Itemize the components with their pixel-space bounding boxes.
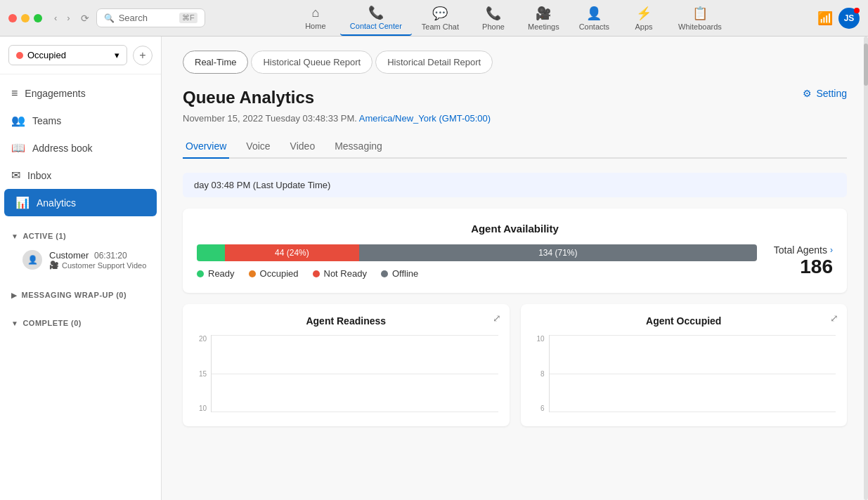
scrollbar-thumb[interactable]: [864, 44, 868, 86]
sidebar-item-address-book[interactable]: 📖 Address book: [0, 134, 161, 162]
occupied-legend-label: Occupied: [260, 268, 299, 279]
grid-line-1: [212, 335, 498, 336]
tab-meetings[interactable]: 🎥 Meetings: [518, 1, 569, 35]
active-call-sub: 🎥 Customer Support Video: [49, 261, 146, 270]
offline-label: Offline: [392, 268, 418, 279]
availability-legend: Ready Occupied Not Ready: [197, 268, 757, 279]
qa-date: November 15, 2022 Tuesday 03:48:33 PM. A…: [183, 113, 847, 124]
main-nav: ⌂ Home 📞 Contact Center 💬 Team Chat 📞 Ph…: [205, 1, 817, 36]
bar-offline: 134 (71%): [359, 244, 757, 261]
minimize-traffic-light[interactable]: [21, 14, 30, 22]
active-call-item[interactable]: 👤 Customer 06:31:20 🎥 Customer Support V…: [11, 244, 150, 275]
readiness-y-axis: 20 15 10: [194, 335, 211, 412]
sidebar-item-engagements-label: Engagements: [25, 88, 85, 99]
setting-button[interactable]: ⚙ Setting: [803, 88, 847, 99]
tab-team-chat[interactable]: 💬 Team Chat: [412, 1, 469, 35]
search-label: Search: [119, 13, 148, 23]
occ-grid-line-3: [550, 412, 836, 412]
update-time: day 03:48 PM: [194, 180, 250, 190]
date-text: November 15, 2022 Tuesday 03:48:33 PM.: [183, 113, 357, 124]
sub-tab-overview[interactable]: Overview: [183, 135, 229, 159]
agent-readiness-chart: Agent Readiness ⤢ 20 15 10: [183, 304, 510, 426]
y-label-6: 6: [532, 404, 545, 412]
sidebar: Occupied ▾ + ≡ Engagements 👥 Teams 📖 Add…: [0, 37, 162, 500]
availability-progress-bar: 44 (24%) 134 (71%): [197, 244, 757, 261]
active-section-header[interactable]: ▼ ACTIVE (1): [11, 228, 150, 244]
tab-contacts[interactable]: 👤 Contacts: [569, 1, 619, 35]
agent-availability-card: Agent Availability 44 (24%) 134 (71%): [183, 209, 847, 293]
contacts-icon: 👤: [586, 6, 602, 21]
occupied-label: Occupied: [27, 50, 66, 60]
search-bar[interactable]: 🔍 Search ⌘F: [96, 8, 205, 27]
occ-grid-line-1: [550, 335, 836, 336]
active-section: ▼ ACTIVE (1) 👤 Customer 06:31:20 🎥 Custo…: [0, 222, 161, 281]
complete-section-header[interactable]: ▼ COMPLETE (0): [11, 315, 150, 331]
bar-offline-label: 134 (71%): [538, 248, 577, 258]
sidebar-item-address-book-label: Address book: [32, 143, 93, 154]
sub-tab-voice[interactable]: Voice: [243, 135, 273, 159]
occupied-status-button[interactable]: Occupied ▾: [8, 45, 127, 65]
sidebar-nav: ≡ Engagements 👥 Teams 📖 Address book ✉ I…: [0, 74, 161, 222]
total-agents-label[interactable]: Total Agents ›: [774, 244, 833, 256]
maximize-traffic-light[interactable]: [34, 14, 42, 22]
tab-home[interactable]: ⌂ Home: [291, 1, 340, 34]
sub-tab-video[interactable]: Video: [287, 135, 318, 159]
messaging-wrap-up-title: MESSAGING WRAP-UP (0): [22, 291, 127, 299]
tab-realtime[interactable]: Real-Time: [183, 51, 248, 74]
tab-historical-queue[interactable]: Historical Queue Report: [251, 51, 373, 74]
active-call-time: 06:31:20: [94, 251, 127, 261]
tab-apps[interactable]: ⚡ Apps: [619, 1, 668, 35]
tab-phone[interactable]: 📞 Phone: [469, 1, 518, 35]
tab-whiteboards-label: Whiteboards: [678, 22, 722, 31]
active-chevron: ▼: [11, 232, 18, 240]
close-traffic-light[interactable]: [8, 14, 17, 22]
main-layout: Occupied ▾ + ≡ Engagements 👥 Teams 📖 Add…: [0, 37, 868, 500]
tab-whiteboards[interactable]: 📋 Whiteboards: [668, 1, 732, 35]
tab-historical-detail[interactable]: Historical Detail Report: [375, 51, 493, 74]
apps-icon: ⚡: [636, 6, 652, 21]
occupied-y-axis: 10 8 6: [532, 335, 549, 412]
occupied-chart-lines: [549, 335, 836, 412]
sidebar-item-teams[interactable]: 👥 Teams: [0, 107, 161, 134]
back-button[interactable]: ‹: [51, 11, 60, 25]
agent-availability-title: Agent Availability: [197, 223, 833, 235]
not-ready-dot: [313, 270, 320, 277]
ready-dot: [197, 270, 204, 277]
tab-apps-label: Apps: [635, 22, 653, 31]
timezone-link[interactable]: America/New_York (GMT-05:00): [359, 113, 491, 124]
occupied-dot: [16, 52, 23, 59]
video-icon: 🎥: [49, 261, 59, 270]
network-icon[interactable]: 📶: [817, 11, 833, 26]
meetings-icon: 🎥: [536, 6, 551, 21]
tab-home-label: Home: [305, 22, 325, 30]
readiness-chart-lines: [211, 335, 498, 412]
sidebar-item-inbox[interactable]: ✉ Inbox: [0, 162, 161, 189]
tab-meetings-label: Meetings: [528, 22, 559, 31]
readiness-expand-icon[interactable]: ⤢: [493, 312, 501, 324]
scrollbar[interactable]: [864, 37, 868, 500]
sidebar-item-teams-label: Teams: [32, 115, 61, 126]
history-button[interactable]: ⟳: [81, 13, 89, 24]
top-tabs: Real-Time Historical Queue Report Histor…: [183, 51, 847, 74]
sub-tab-messaging[interactable]: Messaging: [332, 135, 385, 159]
user-avatar[interactable]: JS: [838, 8, 860, 29]
messaging-wrap-up-chevron: ▶: [11, 291, 18, 299]
sidebar-item-engagements[interactable]: ≡ Engagements: [0, 80, 161, 107]
contact-center-icon: 📞: [368, 5, 384, 20]
add-button[interactable]: +: [133, 46, 153, 65]
tab-contact-center[interactable]: 📞 Contact Center: [340, 1, 412, 36]
agent-occupied-chart: Agent Occupied ⤢ 10 8 6: [521, 304, 848, 426]
occupied-expand-icon[interactable]: ⤢: [830, 312, 838, 324]
tab-contact-center-label: Contact Center: [350, 22, 402, 30]
grid-line-2: [212, 374, 498, 374]
tab-team-chat-label: Team Chat: [422, 22, 459, 31]
forward-button[interactable]: ›: [63, 11, 73, 25]
sidebar-item-analytics[interactable]: 📊 Analytics: [4, 189, 157, 216]
messaging-wrap-up-header[interactable]: ▶ MESSAGING WRAP-UP (0): [11, 287, 150, 303]
titlebar: ‹ › ⟳ 🔍 Search ⌘F ⌂ Home 📞 Contact Cente…: [0, 0, 868, 37]
total-agents-count: 186: [774, 256, 833, 278]
phone-icon: 📞: [486, 6, 501, 21]
y-label-10: 10: [194, 404, 207, 412]
traffic-lights: [8, 14, 42, 22]
legend-ready: Ready: [197, 268, 235, 279]
